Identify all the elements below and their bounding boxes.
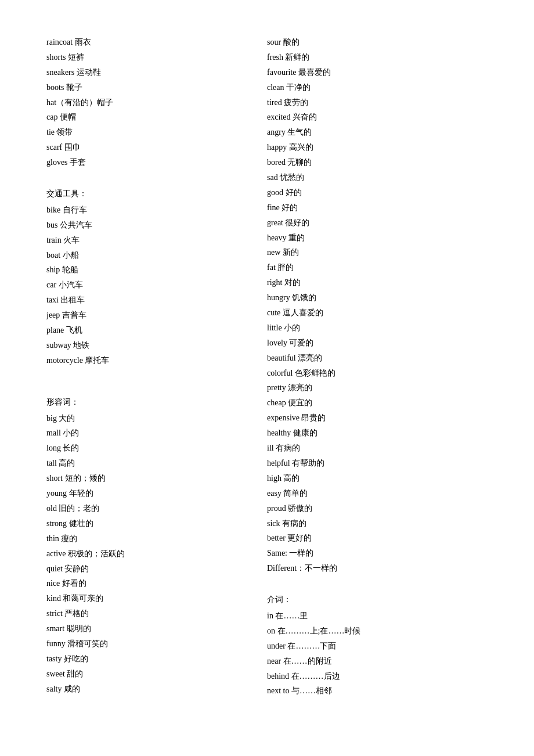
adjective-item: long 长的 [46,441,267,456]
adj2-item: clean 干净的 [267,80,488,95]
adj2-item: happy 高兴的 [267,140,488,155]
clothing-item: cap 便帽 [46,110,267,125]
clothing-list: raincoat 雨衣shorts 短裤sneakers 运动鞋boots 靴子… [46,35,267,170]
transport-item: bus 公共汽车 [46,218,267,233]
adj2-item: cute 逗人喜爱的 [267,305,488,321]
adj2-item: easy 简单的 [267,486,488,501]
adjective-item: tall 高的 [46,456,267,471]
adj2-item: little 小的 [267,321,488,336]
adj2-item: sour 酸的 [267,35,488,50]
clothing-item: hat（有沿的）帽子 [46,95,267,110]
clothing-item: tie 领带 [46,125,267,140]
transport-item: boat 小船 [46,248,267,263]
adjective-item: quiet 安静的 [46,561,267,577]
transport-item: bike 自行车 [46,203,267,218]
preposition-item: under 在………下面 [267,639,488,654]
transport-item: subway 地铁 [46,338,267,353]
adj2-item: great 很好的 [267,215,488,231]
adj2-item: beautiful 漂亮的 [267,351,488,366]
transport-item: taxi 出租车 [46,293,267,308]
adj2-item: high 高的 [267,471,488,486]
clothing-item: shorts 短裤 [46,50,267,65]
clothing-item: raincoat 雨衣 [46,35,267,50]
preposition-item: in 在……里 [267,609,488,624]
transport-item: plane 飞机 [46,323,267,338]
adj2-item: fat 胖的 [267,260,488,275]
preposition-item: next to 与……相邻 [267,683,488,699]
adj2-item: Same: 一样的 [267,546,488,561]
adjective-item: smart 聪明的 [46,621,267,636]
adj2-item: favourite 最喜爱的 [267,65,488,80]
preposition-item: behind 在………后边 [267,669,488,684]
left-column: raincoat 雨衣shorts 短裤sneakers 运动鞋boots 靴子… [46,35,267,699]
transport-item: car 小汽车 [46,278,267,293]
adj2-item: colorful 色彩鲜艳的 [267,366,488,381]
adjectives-list: big 大的mall 小的long 长的tall 高的short 短的；矮的yo… [46,411,267,697]
adjective-item: active 积极的；活跃的 [46,546,267,561]
adj2-item: angry 生气的 [267,125,488,140]
adj2-item: pretty 漂亮的 [267,380,488,395]
adj2-item: helpful 有帮助的 [267,456,488,471]
adjective-item: young 年轻的 [46,486,267,501]
preposition-item: near 在……的附近 [267,654,488,669]
adjective-item: thin 瘦的 [46,531,267,546]
clothing-item: gloves 手套 [46,155,267,170]
transport-item: train 火车 [46,233,267,248]
adj2-item: good 好的 [267,185,488,200]
adj2-item: lovely 可爱的 [267,336,488,351]
adj2-item: new 新的 [267,245,488,260]
adj2-item: fine 好的 [267,200,488,215]
prepositions-list: in 在……里on 在………上;在……时候under 在………下面near 在…… [267,609,488,699]
right-column: sour 酸的fresh 新鲜的favourite 最喜爱的clean 干净的t… [267,35,488,699]
adjective-item: funny 滑稽可笑的 [46,636,267,651]
adjective-item: nice 好看的 [46,576,267,591]
adj2-item: better 更好的 [267,531,488,546]
preposition-item: on 在………上;在……时候 [267,624,488,639]
adjective-item: tasty 好吃的 [46,651,267,667]
adj2-item: excited 兴奋的 [267,110,488,125]
adj2-item: fresh 新鲜的 [267,50,488,65]
adjective-item: strong 健壮的 [46,516,267,531]
adjective-item: old 旧的；老的 [46,501,267,516]
adjective-item: salty 咸的 [46,682,267,697]
clothing-item: scarf 围巾 [46,140,267,155]
adj2-item: cheap 便宜的 [267,395,488,411]
transport-header: 交通工具： [46,186,267,201]
adjective-item: strict 严格的 [46,606,267,621]
transport-item: ship 轮船 [46,262,267,278]
adj2-item: sad 忧愁的 [267,170,488,185]
adj2-item: heavy 重的 [267,231,488,246]
adjective-item: kind 和蔼可亲的 [46,591,267,606]
adj2-list: sour 酸的fresh 新鲜的favourite 最喜爱的clean 干净的t… [267,35,488,576]
transport-item: jeep 吉普车 [46,308,267,323]
adjective-item: big 大的 [46,411,267,426]
adj2-item: hungry 饥饿的 [267,290,488,305]
prep-header: 介词： [267,592,488,607]
adj2-item: Different：不一样的 [267,561,488,576]
adj2-item: proud 骄傲的 [267,501,488,516]
adj2-item: right 对的 [267,275,488,290]
adjective-item: sweet 甜的 [46,667,267,682]
transport-list: bike 自行车bus 公共汽车train 火车boat 小船ship 轮船ca… [46,203,267,368]
adj-header: 形容词： [46,395,267,410]
adj2-item: ill 有病的 [267,441,488,456]
adj2-item: sick 有病的 [267,516,488,531]
adjective-item: mall 小的 [46,426,267,441]
clothing-item: sneakers 运动鞋 [46,65,267,80]
transport-item: motorcycle 摩托车 [46,353,267,368]
adj2-item: expensive 昂贵的 [267,411,488,426]
adj2-item: tired 疲劳的 [267,95,488,110]
clothing-item: boots 靴子 [46,80,267,95]
adjective-item: short 短的；矮的 [46,471,267,486]
adj2-item: bored 无聊的 [267,155,488,170]
adj2-item: healthy 健康的 [267,426,488,441]
